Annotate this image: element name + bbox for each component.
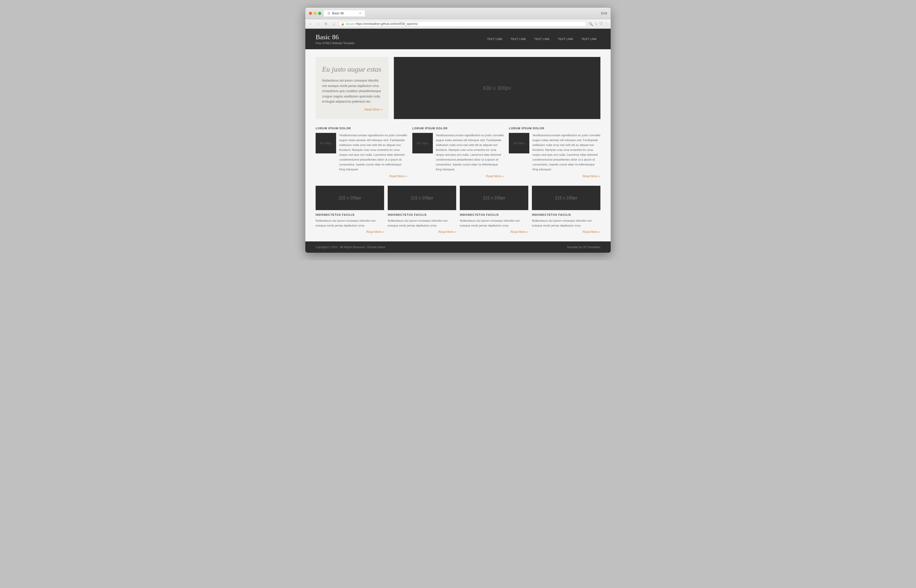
window-controls	[309, 12, 321, 15]
card-1: 215 x 100px INDONECTETUS FACILIS Nullaml…	[316, 186, 384, 234]
article-col-1: LORUM IPSUM DOLOR 80 x 80px Vestibulumac…	[316, 127, 407, 178]
card-read-more-3[interactable]: Read More »	[460, 230, 528, 234]
refresh-button[interactable]: ↻	[323, 21, 329, 27]
footer-credits: Template by OS Templates	[567, 246, 600, 249]
card-image-2: 215 x 100px	[388, 186, 456, 210]
site-footer: Copyright © 2012 - All Rights Reserved -…	[305, 241, 611, 253]
close-button[interactable]	[309, 12, 312, 15]
article-col-3: LORUM IPSUM DOLOR 80 x 80px Vestibulumac…	[509, 127, 600, 178]
card-text-4: Nullamlacus dui ipsum conseque loborttis…	[532, 218, 600, 228]
tab-icon: 🗋	[327, 11, 331, 15]
nav-item-1[interactable]: TEXT LINK	[483, 36, 506, 42]
card-image-4: 215 x 100px	[532, 186, 600, 210]
nav-item-4[interactable]: TEXT LINK	[554, 36, 577, 42]
hero-body: Nullamlacus dui ipsum conseque loborttis…	[322, 78, 382, 104]
article-text-2: Vestibulumaccumsan egestibulum eu justo …	[436, 133, 504, 172]
hero-image-label: 630 x 300px	[483, 85, 511, 91]
nav-item-2[interactable]: TEXT LINK	[507, 36, 530, 42]
hero-read-more[interactable]: Read More »	[322, 108, 382, 111]
card-heading-4: INDONECTETUS FACILIS	[532, 213, 600, 216]
secure-icon: 🔒	[341, 22, 344, 26]
nav-item-5[interactable]: TEXT LINK	[578, 36, 600, 42]
browser-titlebar: 🗋 Basic 86 ✕ Emil	[305, 8, 611, 19]
site-branding: Basic 86 Free HTML5 Website Template	[316, 33, 483, 45]
card-read-more-4[interactable]: Read More »	[532, 230, 600, 234]
tab-title: Basic 86	[332, 11, 344, 15]
menu-icon[interactable]: ⋮	[604, 22, 608, 26]
card-text-3: Nullamlacus dui ipsum conseque loborttis…	[460, 218, 528, 228]
article-content-3: 80 x 80px Vestibulumaccumsan egestibulum…	[509, 133, 600, 172]
card-image-1: 215 x 100px	[316, 186, 384, 210]
card-image-3: 215 x 100px	[460, 186, 528, 210]
article-text-1: Vestibulumaccumsan egestibulum eu justo …	[339, 133, 407, 172]
website-content: Basic 86 Free HTML5 Website Template TEX…	[305, 29, 611, 253]
address-bar[interactable]: 🔒 Secure https://emilwallner.github.io/h…	[339, 21, 586, 27]
card-4: 215 x 100px INDONECTETUS FACILIS Nullaml…	[532, 186, 600, 234]
tab-close-icon[interactable]: ✕	[359, 12, 361, 15]
nav-item-3[interactable]: TEXT LINK	[531, 36, 553, 42]
card-image-label-2: 215 x 100px	[411, 196, 433, 200]
article-thumb-1: 80 x 80px	[316, 133, 336, 153]
browser-user: Emil	[601, 11, 607, 15]
url-text: https://emilwallner.github.io/html/550_e…	[355, 22, 418, 26]
article-content-2: 80 x 80px Vestibulumaccumsan egestibulum…	[412, 133, 504, 172]
card-image-label-1: 215 x 100px	[339, 196, 361, 200]
article-read-more-3[interactable]: Read More »	[509, 174, 600, 178]
card-text-1: Nullamlacus dui ipsum conseque loborttis…	[316, 218, 384, 228]
footer-copyright: Copyright © 2012 - All Rights Reserved -…	[316, 246, 385, 249]
secure-label: Secure	[346, 22, 355, 26]
card-image-label-4: 215 x 100px	[555, 196, 577, 200]
article-thumb-label-2: 80 x 80px	[417, 142, 428, 145]
site-nav: TEXT LINK TEXT LINK TEXT LINK TEXT LINK …	[483, 36, 600, 42]
article-content-1: 80 x 80px Vestibulumaccumsan egestibulum…	[316, 133, 407, 172]
back-button[interactable]: ←	[308, 21, 313, 27]
browser-tab[interactable]: 🗋 Basic 86 ✕	[324, 10, 365, 16]
article-heading-2: LORUM IPSUM DOLOR	[412, 127, 504, 130]
card-heading-1: INDONECTETUS FACILIS	[316, 213, 384, 216]
shield-icon[interactable]: 🛡	[599, 22, 603, 26]
search-icon[interactable]: 🔍	[589, 22, 593, 26]
article-heading-3: LORUM IPSUM DOLOR	[509, 127, 600, 130]
site-header: Basic 86 Free HTML5 Website Template TEX…	[305, 29, 611, 49]
article-thumb-label-3: 80 x 80px	[514, 142, 525, 145]
hero-title: Eu justo augue estas	[322, 65, 382, 74]
card-heading-2: INDONECTETUS FACILIS	[388, 213, 456, 216]
hero-image: 630 x 300px	[394, 57, 600, 119]
article-heading-1: LORUM IPSUM DOLOR	[316, 127, 407, 130]
article-read-more-2[interactable]: Read More »	[412, 174, 504, 178]
main-content: Eu justo augue estas Nullamlacus dui ips…	[305, 49, 611, 241]
minimize-button[interactable]	[313, 12, 317, 15]
site-title: Basic 86	[316, 33, 483, 41]
browser-window: 🗋 Basic 86 ✕ Emil ← → ↻ ⌂ 🔒 Secure https…	[305, 8, 611, 253]
card-2: 215 x 100px INDONECTETUS FACILIS Nullaml…	[388, 186, 456, 234]
card-heading-3: INDONECTETUS FACILIS	[460, 213, 528, 216]
maximize-button[interactable]	[318, 12, 321, 15]
browser-toolbar: ← → ↻ ⌂ 🔒 Secure https://emilwallner.git…	[305, 19, 611, 29]
card-3: 215 x 100px INDONECTETUS FACILIS Nullaml…	[460, 186, 528, 234]
article-thumb-3: 80 x 80px	[509, 133, 529, 153]
bookmark-icon[interactable]: ☆	[595, 22, 598, 26]
card-read-more-1[interactable]: Read More »	[316, 230, 384, 234]
toolbar-icons: 🔍 ☆ 🛡 ⋮	[589, 22, 608, 26]
hero-section: Eu justo augue estas Nullamlacus dui ips…	[316, 57, 600, 119]
card-read-more-2[interactable]: Read More »	[388, 230, 456, 234]
site-subtitle: Free HTML5 Website Template	[316, 42, 483, 45]
card-image-label-3: 215 x 100px	[483, 196, 505, 200]
card-text-2: Nullamlacus dui ipsum conseque loborttis…	[388, 218, 456, 228]
home-button[interactable]: ⌂	[331, 21, 337, 27]
cards-section: 215 x 100px INDONECTETUS FACILIS Nullaml…	[316, 186, 600, 234]
articles-section: LORUM IPSUM DOLOR 80 x 80px Vestibulumac…	[316, 127, 600, 178]
hero-text-box: Eu justo augue estas Nullamlacus dui ips…	[316, 57, 389, 119]
article-text-3: Vestibulumaccumsan egestibulum eu justo …	[532, 133, 600, 172]
article-read-more-1[interactable]: Read More »	[316, 174, 407, 178]
forward-button[interactable]: →	[316, 21, 321, 27]
article-col-2: LORUM IPSUM DOLOR 80 x 80px Vestibulumac…	[412, 127, 504, 178]
article-thumb-label-1: 80 x 80px	[320, 142, 331, 145]
article-thumb-2: 80 x 80px	[412, 133, 433, 153]
